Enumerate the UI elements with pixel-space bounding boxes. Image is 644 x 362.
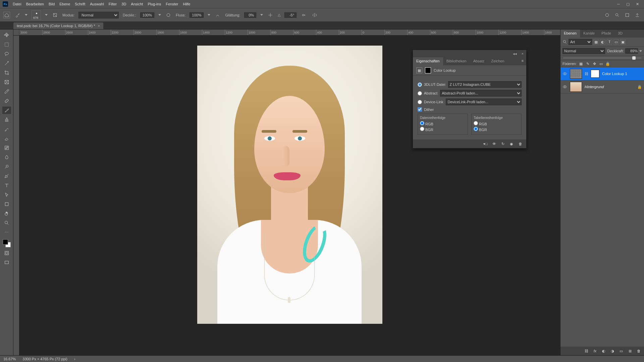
layer-blend-mode[interactable]: Normal: [562, 48, 605, 54]
delete-adjustment-icon[interactable]: 🗑: [518, 141, 523, 146]
adjustment-layer-icon[interactable]: ◑: [610, 348, 615, 354]
shape-tool[interactable]: [2, 200, 11, 208]
filter-smart-icon[interactable]: ▣: [620, 39, 626, 45]
home-button[interactable]: [3, 12, 10, 18]
crop-tool[interactable]: [2, 69, 11, 76]
blend-mode-select[interactable]: Normal: [78, 12, 119, 18]
symmetry-icon[interactable]: [311, 12, 318, 18]
history-brush-tool[interactable]: [2, 125, 11, 133]
lock-icon[interactable]: 🔒: [637, 85, 642, 89]
menu-fenster[interactable]: Fenster: [166, 2, 178, 6]
opacity-caret[interactable]: [639, 50, 642, 52]
path-select-tool[interactable]: [2, 191, 11, 198]
pressure-size-icon[interactable]: [301, 12, 307, 18]
filter-adjust-icon[interactable]: ◐: [600, 39, 605, 45]
status-flyout[interactable]: ›: [74, 357, 75, 361]
view-previous-icon[interactable]: ◉: [509, 141, 514, 146]
table-order-bgr[interactable]: BGR: [474, 127, 519, 132]
layer-mask-thumbnail[interactable]: [591, 70, 599, 78]
zoom-tool[interactable]: [2, 219, 11, 227]
brush-dropdown[interactable]: [45, 14, 48, 16]
visibility-icon[interactable]: [562, 84, 567, 89]
wand-tool[interactable]: [2, 60, 11, 67]
layer-name[interactable]: Hintergrund: [585, 85, 604, 89]
brush-tool-icon[interactable]: [14, 12, 21, 18]
dodge-tool[interactable]: [2, 163, 11, 170]
workspace-icon[interactable]: [624, 12, 631, 18]
data-order-rgb[interactable]: RGB: [420, 121, 466, 126]
angle-value[interactable]: -5°: [284, 12, 297, 18]
layer-filter-type[interactable]: Art: [569, 39, 592, 45]
type-tool[interactable]: [2, 182, 11, 189]
menu-bearbeiten[interactable]: Bearbeiten: [26, 2, 44, 6]
airbrush-icon[interactable]: [214, 12, 221, 18]
menu-3d[interactable]: 3D: [121, 2, 126, 6]
link-layers-icon[interactable]: ⛓: [584, 348, 589, 354]
layer-opacity-value[interactable]: [625, 48, 638, 54]
maximize-button[interactable]: ▢: [624, 1, 632, 7]
opacity-value[interactable]: 100%: [140, 12, 154, 18]
dither-checkbox[interactable]: Dither: [418, 107, 434, 112]
tab-bibliotheken[interactable]: Bibliotheken: [443, 57, 470, 65]
quick-mask-tool[interactable]: [2, 249, 11, 257]
panel-menu-icon[interactable]: ≡: [519, 57, 526, 65]
opacity-dropdown[interactable]: [158, 14, 161, 16]
abstract-select[interactable]: Abstract-Profil laden...: [440, 90, 522, 97]
filter-type-icon[interactable]: T: [607, 39, 612, 45]
opacity-slider[interactable]: [560, 56, 644, 60]
menu-ebene[interactable]: Ebene: [59, 2, 70, 6]
brush-tool[interactable]: [2, 107, 11, 114]
menu-bild[interactable]: Bild: [49, 2, 55, 6]
zoom-level[interactable]: 16.67%: [3, 357, 16, 361]
blur-tool[interactable]: [2, 154, 11, 161]
filter-shape-icon[interactable]: ▭: [613, 39, 619, 45]
clip-to-layer-icon[interactable]: ▾□: [483, 141, 488, 146]
close-button[interactable]: ✕: [633, 1, 641, 7]
stamp-tool[interactable]: [2, 116, 11, 123]
devicelink-radio[interactable]: Device-Link: [418, 100, 443, 104]
move-tool[interactable]: [2, 32, 11, 39]
collapse-icon[interactable]: ◂◂: [511, 52, 519, 56]
menu-hilfe[interactable]: Hilfe: [183, 2, 190, 6]
gradient-tool[interactable]: [2, 144, 11, 152]
new-layer-icon[interactable]: ⊞: [627, 348, 633, 354]
menu-auswahl[interactable]: Auswahl: [90, 2, 104, 6]
minimize-button[interactable]: ─: [614, 1, 623, 7]
menu-schrift[interactable]: Schrift: [75, 2, 85, 6]
close-tab-icon[interactable]: ×: [98, 24, 100, 28]
lut-file-select[interactable]: Z LUT2 Instagram.CUBE: [448, 81, 522, 88]
menu-plugins[interactable]: Plug-ins: [148, 2, 161, 6]
abstract-radio[interactable]: Abstract: [418, 91, 437, 96]
document-tab[interactable]: test.psdc bei 16,7% (Color Lookup 1, RGB…: [13, 22, 103, 29]
flow-value[interactable]: 100%: [190, 12, 204, 18]
lock-all-icon[interactable]: 🔒: [605, 61, 610, 66]
tab-zeichen[interactable]: Zeichen: [488, 57, 507, 65]
pressure-opacity-icon[interactable]: [165, 12, 172, 18]
tab-eigenschaften[interactable]: Eigenschaften: [413, 57, 443, 65]
lock-position-icon[interactable]: ✥: [592, 61, 597, 66]
toggle-visibility-icon[interactable]: 👁: [491, 141, 497, 146]
menu-filter[interactable]: Filter: [109, 2, 117, 6]
eyedropper-tool[interactable]: [2, 88, 11, 95]
menu-datei[interactable]: Datei: [13, 2, 21, 6]
layer-color-lookup[interactable]: ⛓ Color Lookup 1: [560, 67, 644, 80]
tab-absatz[interactable]: Absatz: [470, 57, 488, 65]
devicelink-select[interactable]: DeviceLink-Profil laden...: [446, 99, 522, 105]
frame-tool[interactable]: [2, 78, 11, 86]
tab-pfade[interactable]: Pfade: [598, 29, 614, 38]
layer-mask-icon[interactable]: ◐: [601, 348, 606, 354]
lock-pixels-icon[interactable]: ✎: [585, 61, 590, 66]
eraser-tool[interactable]: [2, 135, 11, 142]
layer-fx-icon[interactable]: fx: [592, 348, 598, 354]
layer-name[interactable]: Color Lookup 1: [602, 72, 627, 76]
brush-settings-icon[interactable]: [52, 12, 58, 18]
visibility-icon[interactable]: [562, 71, 567, 76]
menu-ansicht[interactable]: Ansicht: [131, 2, 143, 6]
data-order-bgr[interactable]: BGR: [420, 127, 466, 132]
marquee-tool[interactable]: [2, 41, 11, 48]
tool-preset-dropdown[interactable]: [25, 14, 28, 16]
smoothing-value[interactable]: 0%: [244, 12, 256, 18]
close-panel-icon[interactable]: ×: [519, 52, 526, 56]
tab-ebenen[interactable]: Ebenen: [560, 29, 580, 38]
delete-layer-icon[interactable]: 🗑: [636, 348, 641, 354]
